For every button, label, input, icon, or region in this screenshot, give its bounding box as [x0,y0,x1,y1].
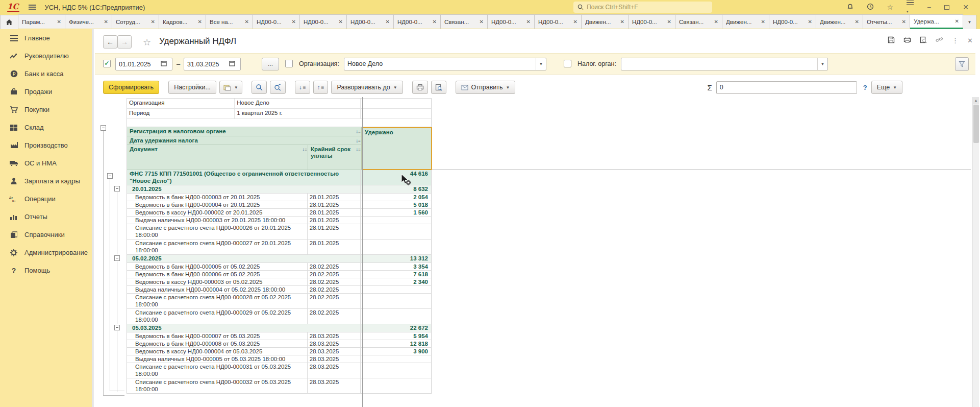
save-icon[interactable] [888,36,895,45]
sidebar-item-7[interactable]: ОС и НМА [0,154,92,172]
forward-button[interactable]: → [117,35,132,49]
tab-18[interactable]: Отчеты...✕ [863,14,910,29]
tab-close-icon[interactable]: ✕ [104,19,108,25]
date-to-field[interactable] [184,58,241,70]
vertical-scrollbar[interactable]: ▲ [972,97,979,407]
detail-row-2-0[interactable]: Ведомость в банк НД00-000007 от 05.03.20… [127,332,431,340]
sidebar-item-2[interactable]: ₽Банк и касса [0,65,92,83]
tab-close-icon[interactable]: ✕ [57,19,61,25]
more-button[interactable]: Еще▼ [871,81,902,94]
info-row[interactable]: Организация Новое Дело [127,99,431,109]
date-from-field[interactable] [115,58,172,70]
tab-close-icon[interactable]: ✕ [808,19,812,25]
header-document[interactable]: Документ ↓≡ [127,145,308,170]
group-row-date-2[interactable]: 05.03.202522 672 [127,324,431,332]
group-row-date-1[interactable]: 05.02.202513 312 [127,255,431,263]
tab-close-icon[interactable]: ✕ [902,19,906,25]
functions-menu-icon[interactable]: ▾ [907,0,914,15]
notifications-bell-icon[interactable] [847,3,853,11]
tab-17[interactable]: Движен...✕ [816,14,863,29]
detail-row-0-4[interactable]: Списание с расчетного счета НД00-000026 … [127,224,431,240]
header-deadline[interactable]: Крайний срок уплаты ↓≡ [308,145,362,170]
sidebar-item-11[interactable]: Справочники [0,226,92,244]
sidebar-item-3[interactable]: Продажи [0,83,92,101]
minimize-icon[interactable]: − [927,4,931,11]
window-close-icon[interactable]: ✕ [963,4,969,11]
tab-close-icon[interactable]: ✕ [667,19,671,25]
global-search-input[interactable]: Поиск Ctrl+Shift+F [573,2,712,13]
detail-row-2-3[interactable]: Выдача наличных НД00-000005 от 05.03.202… [127,355,431,363]
tax-authority-combo[interactable]: ▼ [621,58,828,70]
calendar-icon[interactable] [227,60,237,68]
date-to-input[interactable] [184,61,227,68]
tab-5[interactable]: НД00-0...✕ [253,14,300,29]
help-icon[interactable]: ? [863,84,867,91]
header-withhold-date[interactable]: Дата удержания налога ↓≡ [127,136,362,145]
sort-icon[interactable]: ↓≡ [302,146,307,152]
tab-9[interactable]: Связан...✕ [441,14,488,29]
tab-close-icon[interactable]: ✕ [480,19,484,25]
tab-10[interactable]: НД00-0...✕ [488,14,535,29]
restore-icon[interactable] [944,5,949,10]
collapse-box[interactable] [114,325,120,330]
history-clock-icon[interactable] [867,3,874,11]
date-from-input[interactable] [116,61,159,68]
print-button[interactable] [412,81,428,94]
generate-button[interactable]: Сформировать [103,81,159,94]
detail-row-2-1[interactable]: Ведомость в банк НД00-000008 от 05.03.20… [127,340,431,348]
tab-0[interactable]: Парам...✕ [18,14,65,29]
tab-close-icon[interactable]: ✕ [761,19,765,25]
group-row-date-0[interactable]: 20.01.20258 632 [127,185,431,194]
collapse-box[interactable] [114,186,120,191]
sidebar-item-8[interactable]: Зарплата и кадры [0,172,92,190]
tab-close-icon[interactable]: ✕ [339,19,343,25]
detail-row-0-0[interactable]: Ведомость в банк НД00-000003 от 20.01.20… [127,194,431,201]
sidebar-item-4[interactable]: Покупки [0,101,92,118]
detail-row-1-0[interactable]: Ведомость в банк НД00-000005 от 05.02.20… [127,263,431,271]
collapse-box[interactable] [100,125,106,131]
sidebar-item-12[interactable]: Администрирование [0,244,92,261]
main-menu-icon[interactable] [29,4,36,11]
find-next-button[interactable] [270,81,286,94]
favorite-star-icon[interactable]: ☆ [143,37,151,48]
sidebar-item-1[interactable]: Руководителю [0,47,92,65]
period-options-button[interactable]: ... [262,58,279,70]
collapse-groups-button[interactable]: ↓≡ [295,81,310,94]
tab-1[interactable]: Физиче...✕ [65,14,112,29]
detail-row-2-5[interactable]: Списание с расчетного счета НД00-000032 … [127,378,431,394]
detail-row-0-5[interactable]: Списание с расчетного счета НД00-000027 … [127,240,431,255]
tab-16[interactable]: НД00-0...✕ [769,14,816,29]
print-preview-button[interactable] [431,81,446,94]
tab-6[interactable]: НД00-0...✕ [300,14,347,29]
tax-authority-checkbox[interactable] [564,60,571,67]
detail-row-2-2[interactable]: Ведомость в кассу НД00-000004 от 05.03.2… [127,348,431,355]
settings-button[interactable]: Настройки... [168,81,216,94]
sidebar-item-5[interactable]: Склад [0,118,92,136]
chevron-down-icon[interactable]: ▼ [536,58,546,70]
tab-8[interactable]: НД00-0...✕ [394,14,441,29]
filter-settings-button[interactable] [955,57,969,71]
preview-icon[interactable] [920,36,927,45]
sort-icon[interactable]: ↓≡ [356,128,360,134]
detail-row-2-4[interactable]: Списание с расчетного счета НД00-000031 … [127,363,431,378]
tab-close-icon[interactable]: ✕ [714,19,718,25]
detail-row-1-4[interactable]: Списание с расчетного счета НД00-000028 … [127,294,431,309]
organization-checkbox[interactable] [285,60,293,67]
detail-row-1-5[interactable]: Списание с расчетного счета НД00-000029 … [127,309,431,324]
tab-close-icon[interactable]: ✕ [955,18,959,24]
tab-close-icon[interactable]: ✕ [433,19,437,25]
detail-row-1-1[interactable]: Ведомость в банк НД00-000006 от 05.02.20… [127,271,431,278]
favorites-star-icon[interactable]: ☆ [887,4,894,11]
tab-11[interactable]: НД00-0...✕ [535,14,582,29]
close-report-icon[interactable]: ✕ [967,37,973,44]
tab-close-icon[interactable]: ✕ [573,19,577,25]
detail-row-0-1[interactable]: Ведомость в банк НД00-000004 от 20.01.20… [127,201,431,209]
scroll-up-icon[interactable]: ▲ [973,97,979,104]
tab-close-icon[interactable]: ✕ [151,19,155,25]
get-link-icon[interactable] [936,37,943,45]
tab-13[interactable]: НД00-0...✕ [629,14,675,29]
tab-close-icon[interactable]: ✕ [292,19,296,25]
calendar-icon[interactable] [159,60,169,68]
report-variants-button[interactable]: ▼ [219,81,242,94]
tab-14[interactable]: Связан...✕ [675,14,722,29]
